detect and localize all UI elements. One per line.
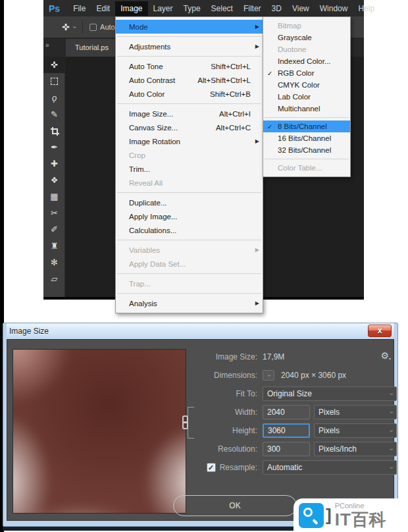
menu-item-mode[interactable]: Mode▶ <box>116 20 263 34</box>
dialog-titlebar[interactable]: Image Size x <box>7 323 394 339</box>
auto-select-checkbox[interactable] <box>89 24 97 31</box>
resolution-unit-value: Pixels/Inch <box>319 444 357 454</box>
chevron-down-icon[interactable]: › <box>71 26 78 28</box>
check-icon: ✓ <box>267 123 272 130</box>
submenu-item-cmyk-color[interactable]: CMYK Color <box>263 79 350 91</box>
brush-tool[interactable]: ✐ <box>43 221 65 238</box>
quick-selection-tool[interactable]: ✎ <box>43 106 65 122</box>
menu-bar: Ps File Edit Image Layer Type Select Fil… <box>43 0 364 16</box>
menu-item-adjustments[interactable]: Adjustments▶ <box>116 40 263 53</box>
fit-to-value: Original Size <box>267 389 312 398</box>
menu-item-label: Calculations... <box>129 226 176 234</box>
menu-item-label: Duplicate... <box>129 199 167 207</box>
submenu-item-rgb-color[interactable]: ✓RGB Color <box>263 67 350 79</box>
menu-item-apply-image[interactable]: Apply Image... <box>116 209 263 223</box>
submenu-item-indexed-color[interactable]: Indexed Color... <box>263 55 350 67</box>
menu-item-duplicate[interactable]: Duplicate... <box>116 196 263 209</box>
submenu-item-label: Color Table... <box>278 164 322 172</box>
resample-label-cell: ✓Resample: <box>197 463 257 472</box>
dimensions-unit-dropdown[interactable]: › <box>263 370 274 381</box>
pattern-icon: ▦ <box>50 192 58 201</box>
scissors-tool[interactable]: ✂ <box>43 205 65 221</box>
submenu-item-8-bits[interactable]: ✓8 Bits/Channel <box>263 120 350 132</box>
mode-submenu-panel: Bitmap Grayscale Duotone Indexed Color..… <box>263 16 351 177</box>
menu-item-image-rotation[interactable]: Image Rotation▶ <box>116 134 263 148</box>
submenu-item-label: 16 Bits/Channel <box>278 134 331 142</box>
menu-item-image-size[interactable]: Image Size...Alt+Ctrl+I <box>116 107 263 120</box>
submenu-item-32-bits[interactable]: 32 Bits/Channel <box>263 144 350 156</box>
image-size-row: Image Size: 17,9M <box>197 348 397 366</box>
check-icon: ✓ <box>267 70 272 77</box>
menu-type[interactable]: Type <box>178 1 206 16</box>
submenu-item-multichannel[interactable]: Multichannel <box>263 103 350 115</box>
menu-item-crop: Crop <box>116 148 263 162</box>
menu-item-canvas-size[interactable]: Canvas Size...Alt+Ctrl+C <box>116 120 263 134</box>
menu-item-auto-tone[interactable]: Auto ToneShift+Ctrl+L <box>116 59 263 73</box>
menu-item-calculations[interactable]: Calculations... <box>116 223 263 237</box>
menu-item-auto-color[interactable]: Auto ColorShift+Ctrl+B <box>116 87 263 101</box>
image-preview[interactable] <box>13 349 186 514</box>
pattern-stamp-tool[interactable]: ▦ <box>43 188 65 205</box>
marquee-tool[interactable] <box>43 73 65 90</box>
move-tool[interactable]: ✜ <box>43 57 65 73</box>
submenu-item-label: CMYK Color <box>278 81 320 89</box>
menu-layer[interactable]: Layer <box>148 1 178 16</box>
menu-edit[interactable]: Edit <box>91 1 115 16</box>
resample-checkbox[interactable]: ✓ <box>207 463 216 472</box>
shortcut-label: Shift+Ctrl+B <box>210 90 251 98</box>
submenu-item-color-table: Color Table... <box>263 162 350 174</box>
magnifier-icon <box>299 503 324 528</box>
height-input[interactable] <box>263 423 310 438</box>
menu-item-trap: Trap... <box>116 277 263 290</box>
menu-select[interactable]: Select <box>206 1 238 16</box>
scissors-icon: ✂ <box>51 208 58 218</box>
height-unit-select[interactable]: Pixels› <box>314 423 397 438</box>
ok-button[interactable]: OK <box>173 495 297 516</box>
submenu-item-lab-color[interactable]: Lab Color <box>263 91 350 103</box>
spot-healing-brush-tool[interactable]: ✚ <box>43 155 65 172</box>
submenu-item-label: 8 Bits/Channel <box>278 122 327 130</box>
width-row: Width: Pixels› <box>197 403 397 421</box>
menu-item-trim[interactable]: Trim... <box>116 162 263 176</box>
chevron-down-icon: › <box>388 412 394 413</box>
spot-healing-icon: ✚ <box>51 159 58 169</box>
eraser-tool[interactable]: ▱ <box>43 271 65 287</box>
lasso-tool[interactable]: ϙ <box>43 90 65 106</box>
menu-item-variables: Variables▶ <box>116 243 263 257</box>
menu-3d[interactable]: 3D <box>267 1 287 16</box>
submenu-item-16-bits[interactable]: 16 Bits/Channel <box>263 132 350 144</box>
menu-item-auto-contrast[interactable]: Auto ContrastAlt+Shift+Ctrl+L <box>116 73 263 87</box>
resample-row: ✓Resample: Automatic› <box>197 458 397 477</box>
resolution-input[interactable] <box>263 442 310 456</box>
watermark-title: IT百科 <box>335 511 387 528</box>
menu-image[interactable]: Image <box>115 1 147 16</box>
crop-tool[interactable] <box>43 122 65 139</box>
resample-select[interactable]: Automatic› <box>263 460 397 475</box>
height-unit-value: Pixels <box>319 426 340 435</box>
height-row: Height: Pixels› <box>197 421 397 440</box>
close-icon[interactable]: x <box>368 325 392 337</box>
menu-help[interactable]: Help <box>353 1 380 16</box>
menu-file[interactable]: File <box>68 1 91 16</box>
menu-filter[interactable]: Filter <box>238 1 267 16</box>
fit-to-select[interactable]: Original Size› <box>263 386 397 401</box>
chevron-down-icon: › <box>388 467 394 469</box>
clone-stamp-tool[interactable]: ♜ <box>43 238 65 254</box>
width-input[interactable] <box>263 405 310 419</box>
image-menu-panel: Mode▶ Adjustments▶ Auto ToneShift+Ctrl+L… <box>115 16 263 313</box>
history-brush-tool[interactable]: ✻ <box>43 254 65 271</box>
resolution-unit-select[interactable]: Pixels/Inch› <box>314 442 397 456</box>
photoshop-window: Ps File Edit Image Layer Type Select Fil… <box>43 0 364 300</box>
width-unit-select[interactable]: Pixels› <box>314 405 397 419</box>
collapse-panel-icon[interactable]: » <box>45 41 49 49</box>
menu-view[interactable]: View <box>287 1 315 16</box>
healing-brush-tool[interactable]: ❖ <box>43 172 65 188</box>
eyedropper-tool[interactable]: ✒ <box>43 139 65 155</box>
menu-item-label: Crop <box>129 151 145 159</box>
move-icon[interactable]: ✜ <box>62 22 70 32</box>
submenu-item-grayscale[interactable]: Grayscale <box>263 32 350 43</box>
link-icon[interactable] <box>182 415 188 430</box>
menu-window[interactable]: Window <box>315 1 353 16</box>
menu-item-apply-data-set: Apply Data Set... <box>116 257 263 271</box>
menu-item-analysis[interactable]: Analysis▶ <box>116 296 263 310</box>
